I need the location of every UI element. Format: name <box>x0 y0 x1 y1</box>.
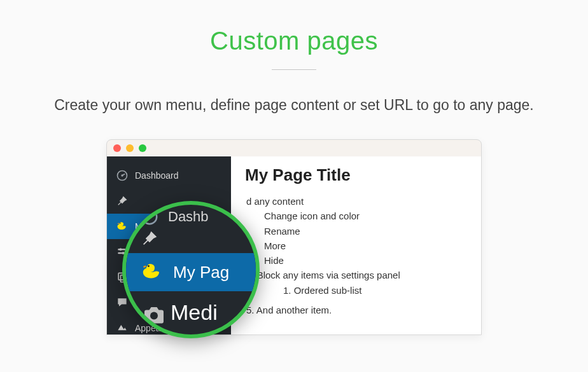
magnified-media-label: Medi <box>171 300 218 325</box>
svg-point-1 <box>121 174 123 176</box>
list-item: Change icon and color <box>264 209 467 223</box>
sidebar-item-label: Dashboard <box>135 170 179 181</box>
close-window-button[interactable] <box>113 144 121 152</box>
svg-point-10 <box>148 216 151 219</box>
page-subheading: Create your own menu, define page conten… <box>0 97 588 114</box>
minimize-window-button[interactable] <box>126 144 134 152</box>
page-heading: Custom pages <box>0 27 588 55</box>
sidebar-item-dashboard[interactable]: Dashboard <box>107 163 231 188</box>
maximize-window-button[interactable] <box>139 144 146 152</box>
list-item: Rename <box>264 224 467 238</box>
svg-point-2 <box>120 223 121 224</box>
magnified-active-row[interactable]: My Pag <box>126 253 256 291</box>
magnifier-lens: Dashb My Pag Medi <box>122 201 260 338</box>
appearance-icon <box>116 322 129 334</box>
heading-divider <box>272 69 316 70</box>
list-item: 1. Ordered sub-list <box>283 283 467 298</box>
duck-icon <box>140 260 164 284</box>
magnified-label: Dashb <box>168 209 209 225</box>
svg-point-12 <box>150 312 158 320</box>
list-item: Hide <box>264 253 467 268</box>
list-item: d any content <box>246 194 467 209</box>
duck-icon <box>116 220 129 233</box>
pin-icon <box>140 229 159 248</box>
page-title: My Page Title <box>245 165 467 185</box>
list-item: 5. And another item. <box>246 303 467 317</box>
magnified-active-label: My Pag <box>173 263 229 282</box>
content-area: My Page Title d any content Change icon … <box>231 156 481 334</box>
svg-point-11 <box>148 265 150 267</box>
list-item: 4. Block any items via settings panel <box>246 268 467 282</box>
svg-point-5 <box>120 248 122 251</box>
window-titlebar <box>107 140 481 156</box>
magnified-posts-row <box>126 229 256 248</box>
content-list: d any content Change icon and color Rena… <box>245 194 467 317</box>
list-item: More <box>264 238 467 253</box>
dashboard-icon <box>116 169 129 182</box>
pin-icon <box>116 195 129 207</box>
comment-icon <box>116 296 129 309</box>
